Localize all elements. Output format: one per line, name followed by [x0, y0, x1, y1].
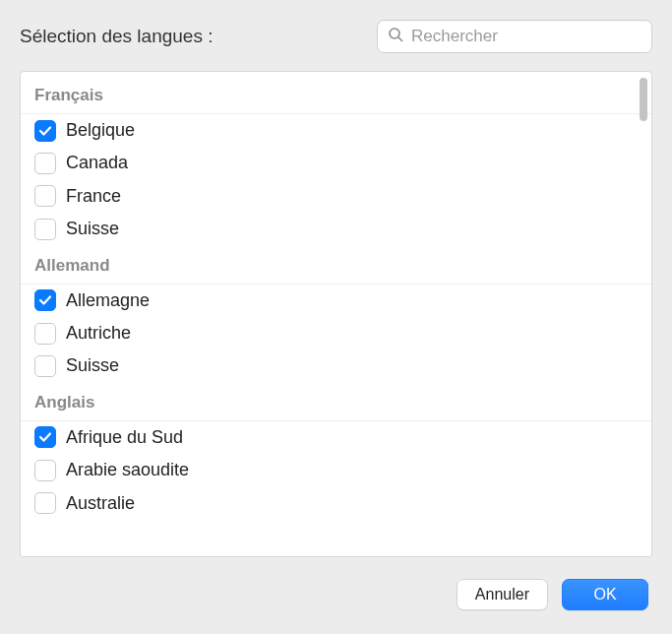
svg-point-0: [390, 29, 399, 38]
item-label: Canada: [66, 152, 128, 174]
list-item[interactable]: Suisse: [21, 213, 651, 245]
checkbox[interactable]: [34, 120, 56, 142]
checkbox[interactable]: [34, 492, 56, 514]
item-label: Arabie saoudite: [66, 459, 189, 481]
item-label: Autriche: [66, 322, 131, 345]
ok-button[interactable]: OK: [562, 579, 648, 610]
scrollbar-thumb[interactable]: [640, 78, 647, 121]
checkbox[interactable]: [34, 355, 56, 377]
item-label: Allemagne: [66, 289, 150, 312]
search-field[interactable]: [377, 20, 652, 53]
list-item[interactable]: Belgique: [21, 114, 651, 147]
search-input[interactable]: [409, 26, 641, 47]
checkbox[interactable]: [34, 323, 56, 345]
dialog-title: Sélection des langues :: [20, 26, 213, 47]
checkbox[interactable]: [34, 153, 56, 174]
list-item[interactable]: Afrique du Sud: [21, 421, 651, 454]
list-item[interactable]: Allemagne: [21, 285, 651, 317]
svg-line-1: [398, 37, 402, 41]
checkbox[interactable]: [34, 289, 56, 311]
list-item[interactable]: Suisse: [21, 349, 651, 382]
dialog-footer: Annuler OK: [20, 557, 652, 634]
list-item[interactable]: Autriche: [21, 317, 651, 349]
checkbox[interactable]: [34, 219, 56, 240]
cancel-button[interactable]: Annuler: [457, 579, 548, 610]
group-header: Anglais: [21, 383, 651, 421]
language-selection-dialog: Sélection des langues : Français Belgiqu…: [0, 0, 672, 634]
item-label: Australie: [66, 492, 135, 515]
item-label: Afrique du Sud: [66, 426, 183, 449]
checkbox[interactable]: [34, 426, 56, 448]
group-header: Français: [21, 74, 651, 114]
ok-button-label: OK: [593, 586, 616, 603]
list-item[interactable]: Arabie saoudite: [21, 454, 651, 486]
search-icon: [388, 27, 409, 47]
item-label: Belgique: [66, 119, 135, 142]
cancel-button-label: Annuler: [475, 586, 529, 603]
list-item[interactable]: Australie: [21, 487, 651, 520]
checkbox[interactable]: [34, 460, 56, 481]
item-label: Suisse: [66, 354, 119, 377]
list-item[interactable]: France: [21, 180, 651, 213]
list-item[interactable]: Canada: [21, 147, 651, 179]
language-list-scroll[interactable]: Français Belgique Canada France: [21, 72, 651, 556]
header-row: Sélection des langues :: [20, 20, 652, 53]
item-label: France: [66, 185, 121, 208]
group-header: Allemand: [21, 246, 651, 285]
language-list: Français Belgique Canada France: [20, 71, 652, 557]
item-label: Suisse: [66, 218, 119, 240]
checkbox[interactable]: [34, 185, 56, 207]
